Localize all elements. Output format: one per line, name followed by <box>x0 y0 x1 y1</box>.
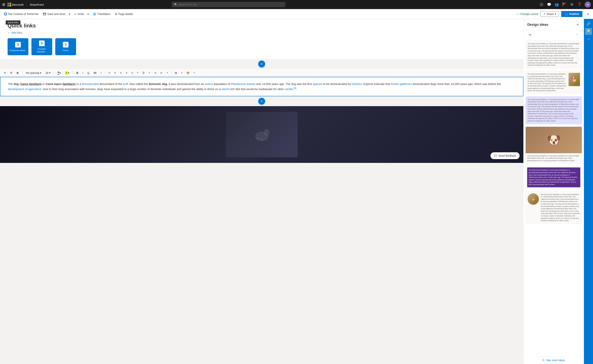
strikethrough-caret[interactable]: ▾ <box>99 71 103 75</box>
link-development-agriculture[interactable]: development of agriculture <box>8 87 41 91</box>
page-indicator: The Contoso of Tomorrow <box>2 11 40 17</box>
waffle-icon[interactable]: ⊞ <box>2 2 5 7</box>
design-card-content-1: The dog (Canis familiaris or Canis lupus… <box>526 41 582 68</box>
question-icon[interactable]: ❓ <box>577 2 582 7</box>
link-hunter-gatherers[interactable]: hunter-gatherers <box>391 82 412 85</box>
nav-divider <box>26 3 27 6</box>
link-species[interactable]: species <box>313 82 322 85</box>
align-center-button[interactable]: ≡ <box>113 71 117 75</box>
italic-button[interactable]: I <box>81 71 85 75</box>
indent-button[interactable]: ⇥ <box>152 71 158 75</box>
table-caret[interactable]: ▾ <box>180 71 184 75</box>
microsoft-logo[interactable]: Microsoft <box>7 3 23 6</box>
align-justify-button[interactable]: ≡ <box>124 71 129 75</box>
color-picker-caret[interactable]: ▾ <box>192 71 196 75</box>
panel-close-button[interactable]: ✕ <box>575 22 580 27</box>
list-button[interactable]: ≡ <box>130 71 135 75</box>
style-selector[interactable]: No spacing ▾ <box>24 71 43 75</box>
text-underline-familiaris: familiaris <box>62 82 75 85</box>
quick-link-card-3[interactable]: Home <box>55 38 76 55</box>
link-starch[interactable]: starch <box>221 87 229 91</box>
undo-group[interactable]: ↩ Undo ▾ <box>72 11 90 17</box>
list-caret[interactable]: ▾ <box>136 71 140 75</box>
comment-icon[interactable]: 💬 <box>547 2 551 7</box>
flag-icon[interactable]: 🚩 <box>562 2 567 7</box>
font-size-selector[interactable]: 18 ▾ <box>44 71 52 75</box>
strikethrough-button[interactable]: 99 <box>92 71 98 75</box>
checkmark-icon: ✓ <box>516 13 519 15</box>
panel-arrow-button[interactable]: → <box>574 32 580 37</box>
undo-button[interactable]: ↩ Undo <box>72 11 86 17</box>
see-more-ideas-button[interactable]: ↻ See more ideas <box>524 356 584 364</box>
search-box[interactable]: 🔍 <box>172 2 285 7</box>
quick-link-card-2[interactable]: Priorities [Sample... <box>31 38 52 55</box>
text-bold-dog: dog <box>14 82 19 85</box>
text-content-box[interactable]: The dog (Canis familiaris or Canis lupus… <box>0 77 523 96</box>
align-right-button[interactable]: ≡ <box>118 71 123 75</box>
share-label: Share <box>547 13 554 15</box>
see-more-label: See more ideas <box>546 359 565 362</box>
design-card-6[interactable]: 🐕 The dog (Canis familiaris or Canis lup… <box>525 191 582 224</box>
align-left-button[interactable]: ≡ <box>107 71 112 75</box>
panel-settings-button[interactable]: ⇆ <box>527 32 533 37</box>
link-extinct[interactable]: extinct <box>205 82 213 85</box>
outdent-button[interactable]: ⇤ <box>159 71 164 75</box>
numberedlist-caret[interactable]: ▾ <box>147 71 151 75</box>
add-section-button-1[interactable]: + <box>258 60 265 67</box>
save-close-group[interactable]: 💾 Save and close ▾ <box>41 11 72 17</box>
copy-icon[interactable]: ⧉ <box>9 70 14 75</box>
dog-thumb-4: 🐶 <box>526 127 582 153</box>
highlight-button[interactable]: A ▾ <box>63 70 71 76</box>
settings-icon[interactable]: ⚙ <box>570 2 574 7</box>
sidebar-design-icon[interactable]: 💡 <box>585 28 592 35</box>
avatar[interactable]: U <box>585 1 591 7</box>
add-section-button-2[interactable]: + <box>258 98 265 105</box>
send-feedback-label: Send feedback <box>499 154 516 157</box>
design-card-3[interactable]: The dog (Canis familiaris or Canis lupus… <box>525 96 582 124</box>
share-button[interactable]: ↗ Share ▾ <box>541 11 559 17</box>
share-icon: ↗ <box>543 13 546 15</box>
link-humans[interactable]: humans <box>352 82 362 85</box>
link-wolf[interactable]: wolf <box>123 82 128 85</box>
color-picker-button[interactable]: 🎨 <box>185 71 191 75</box>
quick-links-title: Quick links <box>7 23 516 29</box>
indent-caret[interactable]: ▾ <box>165 71 169 75</box>
save-close-dropdown[interactable]: ▾ <box>67 12 72 16</box>
sidebar-arrow-icon[interactable]: → <box>585 36 592 42</box>
publish-button[interactable]: 🌐 Publish <box>561 11 582 17</box>
page-details-button[interactable]: ⚙ Page details <box>113 11 135 17</box>
svg-point-2 <box>256 137 259 139</box>
bold-button[interactable]: B <box>75 71 80 75</box>
design-card-1[interactable]: The dog (Canis familiaris or Canis lupus… <box>525 40 582 68</box>
changes-saved-label: Changes saved <box>520 13 538 15</box>
text-color-button[interactable]: A ▾ <box>56 70 62 76</box>
link-pleistocene[interactable]: Pleistocene wolves <box>231 82 255 85</box>
link-domesticated[interactable]: domesticated <box>82 82 99 85</box>
fmt-sep-1 <box>22 71 23 75</box>
design-card-2[interactable]: The dog (Canis familiaris or Canis lupus… <box>525 71 582 94</box>
sidebar-link-icon[interactable]: 🔗 <box>585 20 592 27</box>
people-icon[interactable]: 👥 <box>554 2 559 7</box>
numberedlist-button[interactable]: ☰ <box>141 71 146 75</box>
design-card-image-4: 🐶 <box>526 127 582 153</box>
svg-point-3 <box>260 139 263 141</box>
feedback-icon: 💬 <box>494 154 497 157</box>
quick-link-card-1[interactable]: Frequently asked... <box>7 38 28 55</box>
help-circle-icon[interactable]: ⓪ <box>539 2 544 7</box>
send-feedback-button[interactable]: 💬 Send feedback <box>490 152 520 159</box>
undo-dropdown[interactable]: ▾ <box>86 12 90 16</box>
move-icon[interactable]: ✦ <box>2 71 7 75</box>
save-close-button[interactable]: 💾 Save and close <box>41 11 67 17</box>
settings-page-icon: ⚙ <box>115 13 117 15</box>
design-card-5[interactable]: The dog (Canis familiaris or Canis lupus… <box>525 166 582 189</box>
table-button[interactable]: ⊞ <box>173 71 179 75</box>
search-input[interactable] <box>179 3 283 6</box>
quick-link-label-1: Frequently asked... <box>9 49 27 52</box>
link-canids[interactable]: canids.[4] <box>285 87 296 91</box>
underline-button[interactable]: U <box>86 71 91 75</box>
delete-icon[interactable]: 🗑 <box>15 71 20 75</box>
collapse-panel-button[interactable]: ⇥ <box>585 11 591 17</box>
translation-button[interactable]: 🌐 Translation <box>91 11 112 17</box>
design-card-4[interactable]: 🐶 The dog (Canis familiaris or Canis lup… <box>525 127 582 164</box>
add-links-button[interactable]: ＋ Add links <box>7 31 516 34</box>
